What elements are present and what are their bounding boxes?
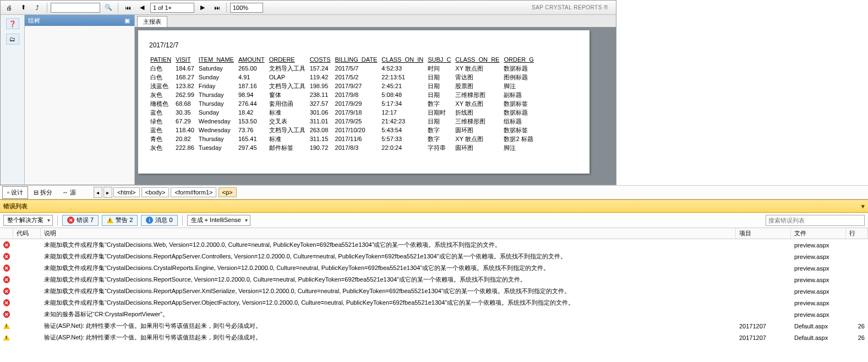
brand-label: SAP CRYSTAL REPORTS ® [532, 4, 614, 10]
error-file: preview.aspx [791, 253, 846, 260]
error-row[interactable]: ✕ 未能加载文件或程序集“CrystalDecisions.Web, Versi… [0, 239, 868, 251]
report-cell: 白色 [150, 64, 174, 72]
error-project: 20171207 [736, 334, 791, 341]
report-cell: 190.72 [310, 144, 334, 152]
error-row[interactable]: 验证(ASP.Net): 此特性要求一个值。如果用引号将该值括起来，则引号必须成… [0, 320, 868, 332]
last-page-button[interactable]: ⏭ [211, 2, 223, 13]
report-cell: 青色 [150, 135, 174, 143]
report-cell: 2017/10/20 [335, 126, 381, 134]
parameters-icon[interactable]: ❓ [6, 18, 19, 29]
col-code[interactable]: 代码 [13, 228, 41, 239]
col-proj[interactable]: 项目 [736, 228, 791, 239]
report-cell: 字符串 [428, 144, 454, 152]
dropdown-icon[interactable]: ▾ [861, 203, 865, 210]
report-cell: 21:42:23 [381, 117, 427, 125]
zoom-input[interactable] [230, 3, 263, 13]
report-cell: 2:45:21 [381, 82, 427, 90]
error-row[interactable]: ✕ 未能加载文件或程序集“CrystalDecisions.ReportAppS… [0, 251, 868, 262]
report-cell: 浅蓝色 [150, 82, 174, 90]
messages-filter-button[interactable]: i消息 0 [141, 215, 177, 226]
report-canvas[interactable]: 2017/12/7 PATIENVISITITEM_NAMEAMOUNTORDE… [135, 27, 616, 185]
error-row[interactable]: ✕ 未知的服务器标记“CR:CrystalReportViewer”。 prev… [0, 309, 868, 320]
report-cell: 日期 [428, 82, 454, 90]
report-cell: 数字 [428, 100, 454, 107]
report-cell: 2017/9/8 [335, 91, 381, 99]
search-input[interactable] [51, 3, 100, 13]
report-cell: 73.76 [238, 126, 268, 134]
report-cell: 5:17:34 [381, 100, 427, 107]
report-cell: 5:57:33 [381, 135, 427, 143]
page-input[interactable] [150, 3, 194, 13]
error-row[interactable]: 验证(ASP.Net): 此特性要求一个值。如果用引号将该值括起来，则引号必须成… [0, 332, 868, 343]
breadcrumb-item[interactable]: <html> [113, 187, 140, 197]
report-cell: 297.45 [238, 144, 268, 152]
report-cell: 股票图 [455, 82, 503, 90]
errors-filter-button[interactable]: ✕错误 7 [62, 215, 99, 226]
warnings-filter-button[interactable]: 警告 2 [102, 215, 138, 226]
report-area: 主报表 2017/12/7 PATIENVISITITEM_NAMEAMOUNT… [135, 15, 616, 185]
report-cell: 脚注 [504, 82, 537, 90]
report-cell: Saturday [199, 64, 237, 72]
col-line[interactable]: 行 [846, 228, 868, 239]
report-cell: 数据标题 [504, 64, 537, 72]
next-page-button[interactable]: ▶ [196, 2, 209, 13]
error-row[interactable]: ✕ 未能加载文件或程序集“CrystalDecisions.ReportSour… [0, 274, 868, 285]
tab-main-report[interactable]: 主报表 [137, 16, 167, 27]
breadcrumb-item[interactable]: <form#form1> [171, 187, 216, 197]
report-cell: 2017/9/27 [335, 82, 381, 90]
error-description: 验证(ASP.Net): 此特性要求一个值。如果用引号将该值括起来，则引号必须成… [41, 322, 736, 330]
error-list-title: 错误列表 [3, 202, 28, 210]
scope-dropdown[interactable]: 整个解决方案 [3, 215, 53, 226]
export-button[interactable]: ⬆ [17, 2, 29, 13]
breadcrumb-item[interactable]: <p> [219, 187, 237, 197]
error-row[interactable]: ✕ 未能加载文件或程序集“CrystalDecisions.CrystalRep… [0, 262, 868, 274]
report-cell: 标准 [269, 109, 309, 116]
report-col-header: COSTS [310, 56, 334, 63]
report-cell: 数据2 标题 [504, 135, 537, 143]
nav-back-button[interactable]: ◂ [94, 187, 102, 198]
report-cell: XY 散点图 [455, 100, 503, 107]
report-cell: 时间 [428, 64, 454, 72]
print-button[interactable]: 🖨 [3, 2, 15, 13]
error-icon: ✕ [3, 288, 10, 295]
breadcrumb-item[interactable]: <body> [141, 187, 170, 197]
build-filter-dropdown[interactable]: 生成 + IntelliSense [187, 215, 250, 226]
group-tree-icon[interactable]: 🗂 [6, 34, 19, 45]
error-row[interactable]: ✕ 未能加载文件或程序集“CrystalDecisions.ReportAppS… [0, 285, 868, 297]
report-cell: 12:17 [381, 109, 427, 116]
error-search-input[interactable] [766, 215, 865, 226]
tab-design[interactable]: ▫ 设计 [2, 186, 28, 199]
close-icon[interactable]: ▣ [124, 17, 131, 24]
tab-split[interactable]: ⊟ 拆分 [29, 187, 57, 198]
crystal-report-viewer: 🖨 ⬆ ⤴ 🔍 ⏮ ◀ ▶ ⏭ SAP CRYSTAL REPORTS ® ❓ … [0, 0, 616, 185]
prev-page-button[interactable]: ◀ [136, 2, 148, 13]
separator [226, 3, 227, 13]
report-cell: 119.42 [310, 73, 334, 81]
export-data-button[interactable]: ⤴ [31, 2, 43, 13]
error-description: 未能加载文件或程序集“CrystalDecisions.ReportAppSer… [41, 299, 736, 307]
col-desc[interactable]: 说明 [41, 228, 736, 239]
report-cell: 标准 [269, 135, 309, 143]
report-cell: 脚注 [504, 144, 537, 152]
error-row[interactable]: ✕ 未能加载文件或程序集“CrystalDecisions.ReportAppS… [0, 297, 868, 309]
report-col-header: VISIT [176, 56, 198, 63]
error-file: preview.aspx [791, 265, 846, 272]
col-file[interactable]: 文件 [791, 228, 846, 239]
report-cell: 168.27 [176, 73, 198, 81]
find-button[interactable]: 🔍 [102, 2, 114, 13]
first-page-button[interactable]: ⏮ [122, 2, 134, 13]
nav-fwd-button[interactable]: ▸ [103, 187, 112, 198]
report-cell: 301.06 [310, 109, 334, 116]
report-col-header: PATIEN [150, 56, 174, 63]
breadcrumb: <html> <body> <form#form1> <p> [113, 189, 237, 196]
report-date: 2017/12/7 [149, 41, 578, 49]
report-cell: 22:13:51 [381, 73, 427, 81]
report-col-header: BILLING_DATE [335, 56, 381, 63]
report-cell: 2017/5/2 [335, 73, 381, 81]
tab-source[interactable]: ↔ 源 [58, 187, 80, 198]
report-page: 2017/12/7 PATIENVISITITEM_NAMEAMOUNTORDE… [138, 30, 589, 174]
error-description: 验证(ASP.Net): 此特性要求一个值。如果用引号将该值括起来，则引号必须成… [41, 333, 736, 342]
report-cell: 222.86 [176, 144, 198, 152]
group-tree-panel: 组树 ▣ [25, 15, 135, 185]
report-cell: 153.50 [238, 117, 268, 125]
